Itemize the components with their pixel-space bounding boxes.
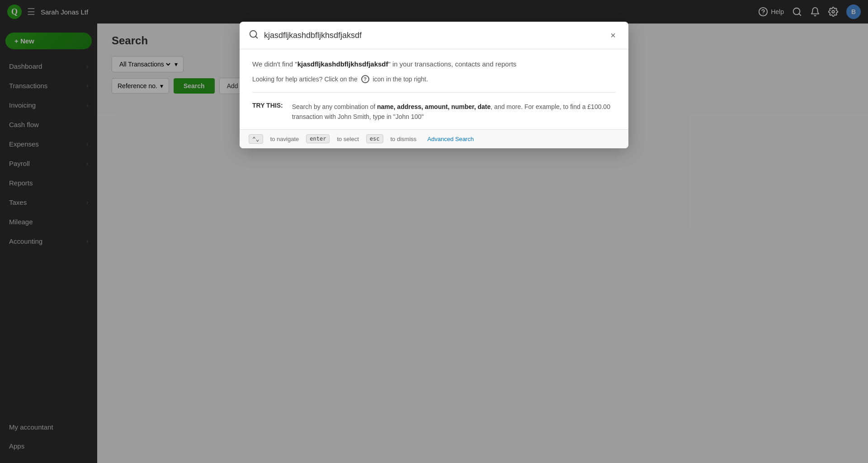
navigate-key: ⌃⌄ (249, 134, 263, 144)
search-modal: × We didn't find "kjasdfljkashdbfljkhsdf… (240, 22, 628, 148)
try-this-label: TRY THIS: (252, 102, 283, 122)
help-circle-icon: ? (361, 75, 369, 83)
try-this-content: Search by any combination of name, addre… (292, 102, 616, 122)
search-modal-body: We didn't find "kjasdfljkashdbfljkhsdfja… (240, 49, 628, 129)
try-this-section: TRY THIS: Search by any combination of n… (252, 102, 616, 122)
help-text: Looking for help articles? Click on the … (252, 75, 616, 93)
search-modal-footer: ⌃⌄ to navigate enter to select esc to di… (240, 129, 628, 148)
select-label: to select (337, 136, 359, 142)
navigate-label: to navigate (270, 136, 299, 142)
svg-line-8 (255, 36, 257, 38)
modal-close-button[interactable]: × (607, 29, 619, 42)
dismiss-key: esc (366, 134, 383, 143)
modal-search-icon (249, 29, 259, 42)
dismiss-label: to dismiss (391, 136, 417, 142)
no-results-message: We didn't find "kjasdfljkashdbfljkhsdfja… (252, 60, 616, 68)
search-modal-header: × (240, 22, 628, 49)
try-this-bold-fields: name, address, amount, number, date (377, 103, 491, 110)
no-results-query: kjasdfljkashdbfljkhsdfjaksdf (297, 60, 388, 68)
search-overlay: × We didn't find "kjasdfljkashdbfljkhsdf… (0, 0, 868, 463)
modal-search-input[interactable] (264, 31, 601, 40)
select-key: enter (306, 134, 330, 143)
advanced-search-link[interactable]: Advanced Search (427, 136, 474, 142)
